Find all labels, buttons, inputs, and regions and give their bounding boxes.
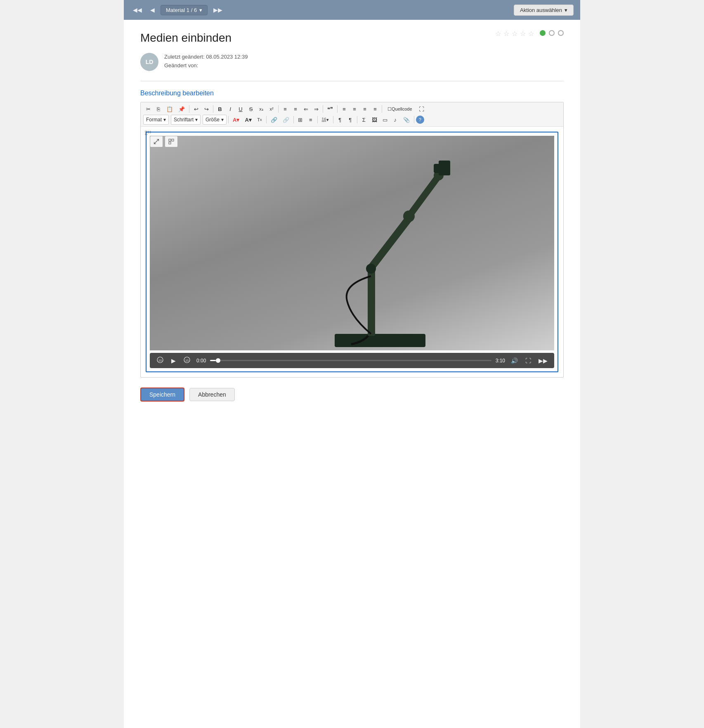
top-nav: ◀◀ ◀ Material 1 / 6 ▾ ▶▶ Aktion auswähle… — [124, 0, 580, 20]
size-dropdown[interactable]: Größe ▾ — [203, 115, 227, 125]
star-1[interactable]: ☆ — [495, 30, 502, 36]
special-chars-button[interactable]: 話▾ — [319, 115, 331, 125]
sep8 — [266, 116, 267, 123]
ordered-list-button[interactable]: ≡ — [280, 104, 290, 114]
editor-container: ✂ ⎘ 📋 📌 ↩ ↪ B I U S x₂ x² ≡ ≡ — [140, 102, 564, 378]
forward-button[interactable]: 10 — [182, 355, 192, 366]
action-chevron-icon: ▾ — [565, 7, 567, 13]
video-thumbnail — [150, 136, 554, 350]
action-select-button[interactable]: Aktion auswählen ▾ — [514, 5, 574, 16]
sep6 — [382, 105, 382, 113]
action-row: Speichern Abbrechen — [140, 378, 564, 402]
align-right-button[interactable]: ≡ — [360, 104, 370, 114]
rtl-button[interactable]: ¶ — [345, 115, 355, 125]
breadcrumb-chevron-icon: ▾ — [199, 7, 202, 13]
resize-media-button[interactable] — [150, 136, 163, 147]
table-button[interactable]: ⊞ — [295, 115, 305, 125]
save-button[interactable]: Speichern — [140, 388, 184, 402]
progress-dots — [540, 30, 564, 36]
help-button[interactable]: ? — [416, 116, 424, 124]
media-button[interactable]: ▭ — [380, 115, 390, 125]
outdent-button[interactable]: ⇐ — [301, 104, 311, 114]
svg-text:10: 10 — [158, 359, 162, 362]
divider — [140, 81, 564, 81]
clear-format-button[interactable]: Tx — [255, 115, 265, 125]
font-dropdown[interactable]: Schriftart ▾ — [171, 115, 201, 125]
svg-text:10: 10 — [185, 359, 189, 362]
redo-button[interactable]: ↪ — [201, 104, 211, 114]
audio-button[interactable]: ♪ — [390, 115, 400, 125]
breadcrumb[interactable]: Material 1 / 6 ▾ — [161, 5, 208, 15]
sep11 — [333, 116, 333, 123]
progress-bar[interactable] — [210, 360, 491, 361]
align-media-button[interactable] — [165, 136, 178, 147]
rewind-icon: 10 — [156, 356, 164, 364]
play-button[interactable]: ▶ — [170, 357, 177, 365]
rating-stars[interactable]: ☆ ☆ ☆ ☆ ☆ — [495, 30, 535, 36]
avatar: LD — [140, 53, 158, 71]
fullscreen-video-button[interactable]: ⛶ — [524, 357, 533, 365]
paste-button[interactable]: 📋 — [164, 104, 175, 114]
attach-button[interactable]: 📎 — [401, 115, 412, 125]
font-color-button[interactable]: A▾ — [230, 115, 242, 125]
svg-rect-14 — [439, 161, 450, 175]
bg-color-button[interactable]: A▾ — [242, 115, 254, 125]
blockquote-button[interactable]: ❝❞ — [325, 104, 335, 114]
star-4[interactable]: ☆ — [520, 30, 527, 36]
meta-text: Zuletzt geändert: 08.05.2023 12:39 Geänd… — [164, 53, 248, 70]
sep5 — [337, 105, 338, 113]
svg-line-5 — [154, 139, 159, 144]
section-title[interactable]: Beschreibung bearbeiten — [140, 90, 564, 97]
align-center-button[interactable]: ≡ — [350, 104, 359, 114]
indent-button[interactable]: ⇒ — [311, 104, 321, 114]
format-dropdown[interactable]: Format ▾ — [143, 115, 169, 125]
main-content: Medien einbinden ☆ ☆ ☆ ☆ ☆ LD — [124, 20, 580, 728]
subscript-button[interactable]: x₂ — [256, 104, 266, 114]
svg-rect-10 — [368, 268, 375, 336]
volume-button[interactable]: 🔊 — [509, 357, 520, 365]
sep1 — [189, 105, 189, 113]
next-next-button[interactable]: ▶▶ — [211, 5, 225, 15]
undo-button[interactable]: ↩ — [191, 104, 201, 114]
prev-prev-button[interactable]: ◀◀ — [130, 5, 144, 15]
italic-button[interactable]: I — [225, 104, 235, 114]
action-select-label: Aktion auswählen — [520, 7, 562, 13]
unordered-list-button[interactable]: ≡ — [291, 104, 300, 114]
rewind-button[interactable]: 10 — [155, 355, 165, 366]
forward-icon: 10 — [183, 356, 191, 364]
toolbar: ✂ ⎘ 📋 📌 ↩ ↪ B I U S x₂ x² ≡ ≡ — [141, 102, 563, 127]
strikethrough-button[interactable]: S — [246, 104, 256, 114]
star-3[interactable]: ☆ — [512, 30, 518, 36]
fullscreen-button[interactable]: ⛶ — [416, 104, 427, 114]
scissors-button[interactable]: ✂ — [143, 104, 153, 114]
format-chevron-icon: ▾ — [163, 117, 166, 123]
bold-button[interactable]: B — [215, 104, 225, 114]
remove-link-button[interactable]: 🔗 — [280, 115, 292, 125]
superscript-button[interactable]: x² — [267, 104, 276, 114]
toolbar-row-2: Format ▾ Schriftart ▾ Größe ▾ A▾ A▾ Tx — [143, 115, 561, 125]
align-left-button[interactable]: ≡ — [339, 104, 349, 114]
sep10 — [317, 116, 318, 123]
sep13 — [414, 116, 414, 123]
align-justify-button[interactable]: ≡ — [370, 104, 380, 114]
copy-button[interactable]: ⎘ — [154, 104, 163, 114]
paragraph-button[interactable]: ¶ — [335, 115, 345, 125]
source-code-button[interactable]: ☐ Quellcode — [384, 104, 416, 114]
more-options-button[interactable]: ▶▶ — [537, 357, 549, 365]
video-controls: 10 ▶ 10 0:00 — [150, 353, 554, 368]
format-label: Format — [146, 117, 162, 123]
cancel-button[interactable]: Abbrechen — [189, 388, 235, 401]
meta-row: LD Zuletzt geändert: 08.05.2023 12:39 Ge… — [140, 53, 564, 71]
last-changed: Zuletzt geändert: 08.05.2023 12:39 — [164, 53, 248, 61]
star-5[interactable]: ☆ — [528, 30, 535, 36]
star-2[interactable]: ☆ — [503, 30, 510, 36]
source-icon: ☐ — [387, 106, 392, 112]
insert-link-button[interactable]: 🔗 — [268, 115, 280, 125]
sigma-button[interactable]: Σ — [359, 115, 369, 125]
underline-button[interactable]: U — [236, 104, 246, 114]
paste-text-button[interactable]: 📌 — [176, 104, 187, 114]
image-button[interactable]: 🖼 — [369, 115, 380, 125]
prev-button[interactable]: ◀ — [148, 5, 157, 15]
table-row-button[interactable]: ≡ — [306, 115, 316, 125]
editor-body[interactable]: 10 ▶ 10 0:00 — [141, 127, 563, 377]
